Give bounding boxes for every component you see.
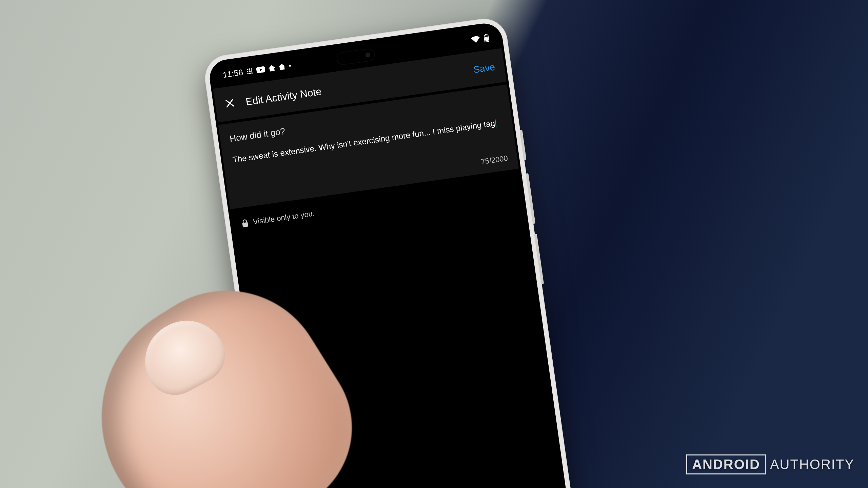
svg-point-4 — [249, 70, 251, 72]
svg-point-8 — [251, 72, 253, 74]
note-text-input[interactable]: The sweat is extensive. Why isn't exerci… — [232, 116, 506, 180]
svg-point-0 — [246, 69, 248, 70]
svg-point-1 — [249, 68, 250, 70]
svg-point-7 — [249, 73, 251, 74]
svg-point-3 — [247, 71, 249, 73]
close-button[interactable] — [224, 98, 236, 111]
page-title: Edit Activity Note — [245, 86, 322, 108]
home-icon-2 — [278, 63, 285, 70]
watermark-word2: AUTHORITY — [770, 457, 854, 472]
privacy-label: Visible only to you. — [253, 209, 315, 226]
svg-point-2 — [251, 68, 252, 70]
phone-side-button — [519, 129, 526, 160]
svg-point-6 — [247, 73, 249, 75]
home-icon — [268, 65, 276, 72]
svg-rect-12 — [485, 34, 487, 35]
wifi-icon — [471, 36, 481, 43]
status-time: 11:56 — [222, 67, 243, 80]
svg-rect-14 — [242, 222, 248, 227]
lock-icon — [241, 219, 249, 228]
fitbit-icon — [246, 67, 254, 75]
watermark-word1: ANDROID — [686, 454, 766, 474]
svg-point-10 — [289, 64, 291, 67]
save-button[interactable]: Save — [473, 62, 496, 76]
youtube-icon — [256, 66, 265, 73]
svg-point-5 — [251, 70, 253, 72]
battery-icon — [484, 34, 489, 42]
watermark: ANDROID AUTHORITY — [686, 454, 854, 474]
svg-rect-13 — [485, 37, 488, 41]
photo-background: 11:56 — [0, 0, 868, 488]
notification-dot-icon — [289, 64, 292, 67]
